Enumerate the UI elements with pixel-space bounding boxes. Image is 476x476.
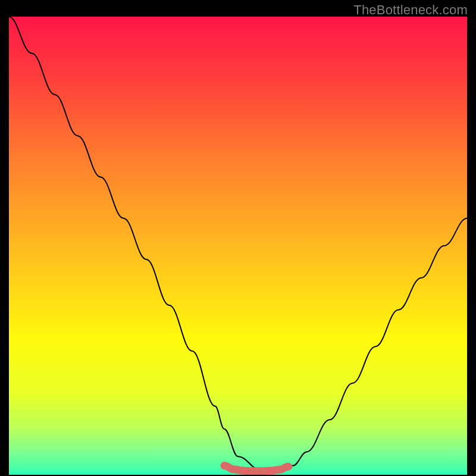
chart-frame	[9, 17, 467, 475]
bottleneck-chart	[9, 17, 467, 475]
chart-background	[9, 17, 467, 475]
watermark-text: TheBottleneck.com	[353, 2, 468, 18]
